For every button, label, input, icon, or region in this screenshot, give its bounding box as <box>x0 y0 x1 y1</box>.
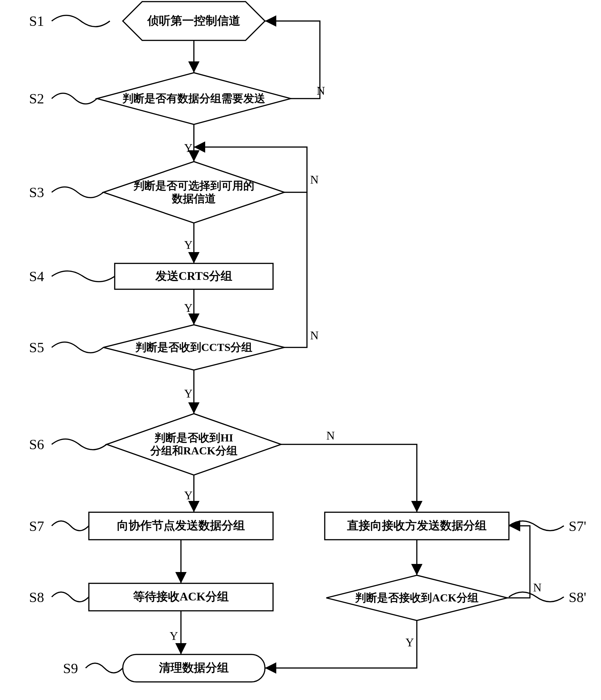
label-s3: S3 <box>29 184 44 200</box>
s2-text: 判断是否有数据分组需要发送 <box>122 93 265 104</box>
label-s2: S2 <box>29 91 44 107</box>
s5-yes: Y <box>184 387 193 400</box>
label-s7: S7 <box>29 518 44 534</box>
s8-text: 等待接收ACK分组 <box>133 590 229 603</box>
s9-text: 清理数据分组 <box>159 661 229 674</box>
flowchart: 侦听第一控制信道 判断是否有数据分组需要发送 判断是否可选择到可用的 数据信道 … <box>0 0 601 700</box>
s7-text: 向协作节点发送数据分组 <box>117 519 245 532</box>
s2-yes: Y <box>184 142 193 154</box>
label-s4: S4 <box>29 269 44 284</box>
s3-yes: Y <box>184 239 193 251</box>
s3-no: N <box>310 173 319 186</box>
s8p-node: 判断是否接收到ACK分组 <box>326 575 507 621</box>
s6-yes: Y <box>184 489 193 502</box>
label-s5: S5 <box>29 340 44 355</box>
branch-labels: N Y N Y Y N Y N Y Y N Y <box>170 84 542 649</box>
s8-node: 等待接收ACK分组 <box>89 583 273 611</box>
s3-text-b: 数据信道 <box>172 193 216 205</box>
s5-text: 判断是否收到CCTS分组 <box>135 341 253 353</box>
s2-no: N <box>317 84 325 97</box>
s2-node: 判断是否有数据分组需要发送 <box>97 73 291 124</box>
s4-yes: Y <box>184 302 193 315</box>
label-s8: S8 <box>29 590 44 605</box>
s8p-text: 判断是否接收到ACK分组 <box>355 592 479 604</box>
s7p-text: 直接向接收方发送数据分组 <box>347 519 486 532</box>
s5-node: 判断是否收到CCTS分组 <box>103 325 284 370</box>
s4-text: 发送CRTS分组 <box>155 270 233 282</box>
s8p-yes: Y <box>405 636 414 649</box>
s4-node: 发送CRTS分组 <box>115 264 273 289</box>
s8-yes: Y <box>170 629 178 643</box>
s3-text-a: 判断是否可选择到可用的 <box>133 180 254 192</box>
s9-node: 清理数据分组 <box>123 654 265 682</box>
label-s7p: S7' <box>569 518 586 534</box>
label-s8p: S8' <box>569 590 586 605</box>
s3-node: 判断是否可选择到可用的 数据信道 <box>103 161 284 223</box>
s6-text-b: 分组和RACK分组 <box>150 445 237 457</box>
label-s9: S9 <box>63 660 78 676</box>
label-s6: S6 <box>29 436 44 452</box>
s7-node: 向协作节点发送数据分组 <box>89 512 273 540</box>
s6-node: 判断是否收到HI 分组和RACK分组 <box>107 414 281 475</box>
s8p-no: N <box>533 581 542 594</box>
s7p-node: 直接向接收方发送数据分组 <box>325 512 509 540</box>
s6-text-a: 判断是否收到HI <box>154 432 233 444</box>
label-s1: S1 <box>29 13 44 29</box>
s1-text: 侦听第一控制信道 <box>147 14 241 27</box>
s5-no: N <box>310 329 319 342</box>
s1-node: 侦听第一控制信道 <box>123 2 265 41</box>
s6-no: N <box>326 429 335 442</box>
